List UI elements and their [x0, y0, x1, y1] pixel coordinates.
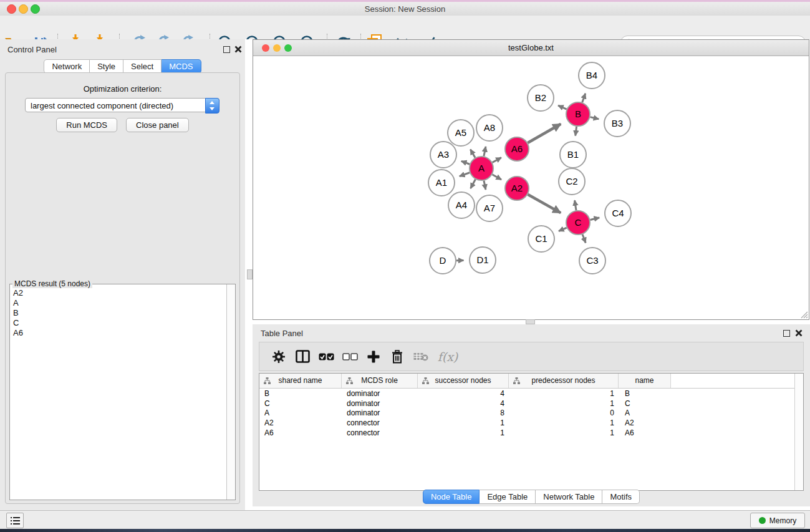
mcds-result-box: MCDS result (5 nodes) A2ABCA6: [9, 284, 236, 500]
unchecked-boxes-icon: [342, 353, 358, 360]
delete-row-button[interactable]: [385, 350, 409, 364]
table-panel: Table Panel: [253, 324, 810, 506]
mcds-result-scrollbar[interactable]: [226, 284, 235, 500]
window-title: Session: New Session: [0, 4, 810, 14]
table-row[interactable]: A6connector11A6: [259, 428, 803, 438]
float-panel-icon[interactable]: [223, 46, 230, 53]
delete-table-button[interactable]: [409, 352, 433, 361]
result-item[interactable]: A6: [10, 328, 226, 338]
edge-B-B2[interactable]: [558, 105, 567, 109]
resize-grip-icon[interactable]: [800, 311, 808, 319]
node-label: A5: [455, 127, 466, 138]
trash-icon: [392, 350, 403, 364]
tab-node-table[interactable]: Node Table: [423, 490, 480, 504]
tab-motifs[interactable]: Motifs: [602, 490, 640, 504]
node-label: D: [440, 255, 446, 266]
table-row[interactable]: Cdominator41C: [259, 399, 803, 409]
node-label: A1: [436, 177, 447, 188]
tab-network-table[interactable]: Network Table: [536, 490, 602, 504]
mcds-panel: Optimization criterion: largest connecte…: [5, 72, 240, 504]
tab-mcds[interactable]: MCDS: [162, 59, 201, 74]
network-window-titlebar[interactable]: testGlobe.txt: [253, 40, 809, 56]
deselect-all-button[interactable]: [338, 353, 362, 360]
list-icon: [11, 517, 20, 525]
main-titlebar[interactable]: Session: New Session: [0, 2, 810, 16]
close-panel-button[interactable]: Close panel: [126, 118, 189, 132]
column-header[interactable]: successor nodes: [418, 374, 509, 388]
edge-A-A5[interactable]: [470, 149, 475, 157]
attribute-icon: [513, 377, 520, 384]
node-label: C1: [535, 233, 547, 244]
edge-A-A6[interactable]: [493, 158, 501, 163]
main-area: Control Panel NetworkStyleSelectMCDS Opt…: [0, 39, 810, 510]
float-panel-icon[interactable]: [783, 330, 790, 337]
control-panel-title: Control Panel: [7, 45, 57, 54]
mcds-result-list: A2ABCA6: [10, 288, 226, 500]
tab-select[interactable]: Select: [123, 59, 162, 74]
select-stepper-icon[interactable]: [205, 98, 219, 114]
function-builder-button[interactable]: f(x): [433, 350, 463, 364]
table-columns-button[interactable]: [291, 350, 314, 363]
task-history-button[interactable]: [6, 513, 24, 528]
edge-B-B3[interactable]: [590, 117, 599, 119]
memory-status-icon: [759, 517, 766, 524]
attribute-icon: [346, 377, 353, 384]
table-panel-title: Table Panel: [261, 329, 303, 338]
node-label: C3: [586, 255, 598, 266]
tab-style[interactable]: Style: [90, 59, 123, 74]
node-label: B1: [567, 149, 579, 160]
network-graph[interactable]: B4B2BB3A8A5A6A3B1AC2A1A2A4A7C4CC1DD1C3: [253, 56, 809, 320]
add-row-button[interactable]: [362, 351, 385, 363]
edge-A-A4[interactable]: [471, 180, 476, 189]
edge-A-A7[interactable]: [484, 181, 486, 190]
edge-A-A1[interactable]: [460, 173, 470, 177]
edge-A-A2[interactable]: [492, 175, 501, 180]
edge-C-C4[interactable]: [590, 218, 599, 220]
run-mcds-button[interactable]: Run MCDS: [56, 118, 117, 132]
edge-B-B1[interactable]: [576, 127, 577, 136]
table-row[interactable]: Adominator80A: [259, 409, 803, 418]
edge-B-B4[interactable]: [582, 94, 586, 102]
column-header[interactable]: shared name: [259, 374, 342, 388]
tab-edge-table[interactable]: Edge Table: [480, 490, 536, 504]
close-panel-icon[interactable]: [795, 329, 803, 337]
splitter-handle[interactable]: [526, 319, 535, 324]
splitter-handle[interactable]: [247, 269, 253, 279]
node-label: C2: [566, 176, 577, 186]
result-item[interactable]: C: [10, 318, 226, 328]
memory-label: Memory: [769, 516, 796, 525]
tab-network[interactable]: Network: [44, 59, 90, 74]
edge-A2-C[interactable]: [528, 195, 561, 213]
network-canvas[interactable]: B4B2BB3A8A5A6A3B1AC2A1A2A4A7C4CC1DD1C3: [253, 56, 809, 319]
edge-C-C1[interactable]: [559, 228, 567, 231]
table-row[interactable]: Bdominator41B: [259, 389, 803, 399]
application-window: Session: New Session: [0, 0, 810, 532]
edge-A6-B[interactable]: [528, 124, 561, 143]
node-label: D1: [476, 254, 488, 265]
desktop-wallpaper: [0, 529, 810, 532]
edge-C-C2[interactable]: [575, 200, 576, 210]
result-item[interactable]: A: [10, 298, 226, 308]
status-bar: Memory: [0, 510, 810, 529]
table-settings-button[interactable]: [267, 350, 291, 364]
select-all-button[interactable]: [314, 353, 338, 360]
table-row[interactable]: A2connector11A2: [259, 418, 803, 428]
node-label: A2: [511, 183, 523, 193]
column-header[interactable]: MCDS role: [342, 374, 418, 388]
edge-C-C3[interactable]: [582, 235, 586, 243]
attribute-icon: [264, 377, 271, 384]
column-header[interactable]: predecessor nodes: [509, 374, 619, 388]
edge-A-A3[interactable]: [461, 161, 470, 164]
criterion-select[interactable]: largest connected component (directed): [25, 98, 219, 112]
memory-button[interactable]: Memory: [750, 513, 805, 528]
node-label: A8: [484, 122, 495, 133]
table-scrollbar[interactable]: [794, 374, 803, 490]
result-item[interactable]: A2: [10, 288, 226, 298]
node-table: shared nameMCDS rolesuccessor nodesprede…: [259, 373, 804, 491]
node-label: A6: [511, 143, 523, 154]
gear-icon: [272, 350, 286, 364]
result-item[interactable]: B: [10, 308, 226, 318]
edge-A-A8[interactable]: [484, 147, 486, 156]
column-header[interactable]: name: [619, 374, 671, 388]
close-panel-icon[interactable]: [234, 46, 242, 53]
